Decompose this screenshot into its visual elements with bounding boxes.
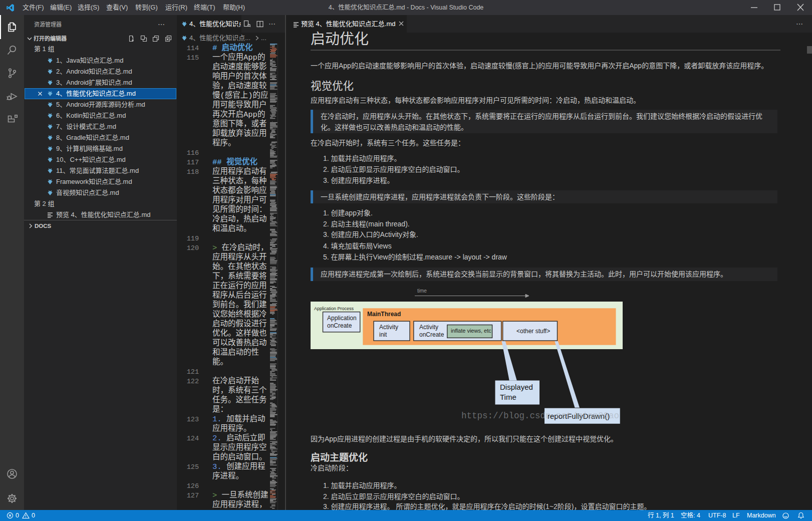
svg-text:inflate views, etc: inflate views, etc [451, 328, 491, 334]
svg-text:time: time [417, 288, 427, 294]
svg-text:MainThread: MainThread [367, 311, 401, 318]
svg-text:onCreate: onCreate [419, 331, 444, 338]
svg-text:Application Process: Application Process [314, 306, 354, 311]
svg-text:<other stuff>: <other stuff> [516, 328, 550, 335]
svg-text:Activity: Activity [379, 324, 398, 331]
svg-text:Time: Time [500, 393, 516, 401]
svg-text:init: init [379, 331, 387, 338]
svg-text:Activity: Activity [419, 324, 438, 331]
svg-text:Displayed: Displayed [500, 383, 533, 391]
svg-text:Application: Application [327, 315, 357, 322]
svg-text:onCreate: onCreate [327, 322, 352, 329]
